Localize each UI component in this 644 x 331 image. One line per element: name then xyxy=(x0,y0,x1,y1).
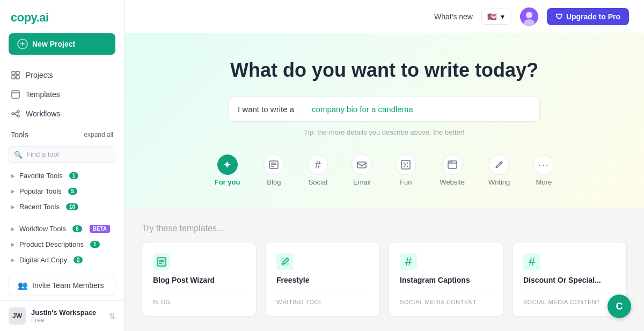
recent-tools-group[interactable]: ▶ Recent Tools 10 xyxy=(0,199,124,215)
popular-tools-count: 5 xyxy=(68,188,78,195)
workspace-plan: Free xyxy=(31,317,104,324)
svg-point-12 xyxy=(526,12,532,18)
svg-point-27 xyxy=(449,161,450,163)
tab-website[interactable]: Website xyxy=(430,149,474,192)
tab-email[interactable]: Email xyxy=(342,149,382,192)
brand-name: copy.ai xyxy=(11,11,49,24)
whats-new-link[interactable]: What's new xyxy=(434,12,473,21)
tab-more[interactable]: ··· More xyxy=(524,149,564,192)
chevron-icon: ▶ xyxy=(11,188,15,194)
sidebar-item-projects[interactable]: Projects xyxy=(0,65,124,85)
search-icon: 🔍 xyxy=(14,150,23,158)
search-input[interactable] xyxy=(9,146,115,163)
language-selector[interactable]: 🇺🇸 ▼ xyxy=(481,9,511,25)
sidebar-item-workflows[interactable]: Workflows xyxy=(0,104,124,123)
for-you-icon: ✦ xyxy=(217,155,238,175)
workflow-tools-label: Workflow Tools xyxy=(19,225,66,233)
templates-section-title: Try these templates... xyxy=(142,224,627,233)
sidebar: copy.ai + New Project Projects Templates… xyxy=(0,0,125,331)
popular-tools-group[interactable]: ▶ Popular Tools 5 xyxy=(0,183,124,199)
more-icon: ··· xyxy=(533,155,554,175)
template-card-blog-post-wizard[interactable]: Blog Post Wizard BLOG xyxy=(142,242,257,317)
template-card-freestyle[interactable]: Freestyle WRITING TOOL xyxy=(265,242,380,317)
tab-fun[interactable]: Fun xyxy=(386,149,426,192)
svg-rect-3 xyxy=(16,76,19,79)
beta-badge: BETA xyxy=(90,225,110,233)
templates-label: Templates xyxy=(26,90,60,99)
plus-icon: + xyxy=(17,39,28,49)
favorite-tools-label: Favorite Tools xyxy=(19,172,63,180)
invite-team-button[interactable]: 👥 Invite Team Members xyxy=(9,275,115,296)
svg-point-7 xyxy=(17,111,19,113)
template-icon xyxy=(11,90,20,99)
email-label: Email xyxy=(353,178,371,186)
digital-ad-count: 2 xyxy=(74,256,83,263)
grid-icon xyxy=(11,70,20,80)
product-desc-count: 1 xyxy=(90,241,100,248)
svg-point-20 xyxy=(404,163,405,164)
workspace-switcher[interactable]: JW Justin's Workspace Free ⇅ xyxy=(0,300,124,331)
category-tabs: ✦ For you Blog # Social xyxy=(146,149,623,192)
workspace-info: Justin's Workspace Free xyxy=(31,308,104,324)
tab-blog[interactable]: Blog xyxy=(254,149,294,192)
svg-line-9 xyxy=(14,112,17,114)
workflow-icon xyxy=(11,109,20,119)
discount-tag: SOCIAL MEDIA CONTENT xyxy=(523,293,616,305)
chevron-down-icon: ▼ xyxy=(500,13,506,20)
chat-button[interactable]: C xyxy=(608,295,631,318)
fun-icon xyxy=(396,155,416,175)
workflow-tools-count: 6 xyxy=(72,225,82,232)
tab-social[interactable]: # Social xyxy=(298,149,338,192)
user-avatar[interactable] xyxy=(520,8,538,26)
tools-header: Tools expand all xyxy=(0,126,124,144)
digital-ad-group[interactable]: ▶ Digital Ad Copy 2 xyxy=(0,252,124,268)
digital-ad-label: Digital Ad Copy xyxy=(19,256,67,264)
tab-for-you[interactable]: ✦ For you xyxy=(205,149,250,192)
expand-icon: ⇅ xyxy=(109,312,115,320)
new-project-button[interactable]: + New Project xyxy=(9,33,115,55)
template-card-instagram-captions[interactable]: # Instagram Captions SOCIAL MEDIA CONTEN… xyxy=(389,242,503,317)
invite-label: Invite Team Members xyxy=(32,281,104,290)
email-icon xyxy=(352,155,372,175)
popular-tools-label: Popular Tools xyxy=(19,187,62,195)
svg-rect-1 xyxy=(16,71,19,75)
product-desc-group[interactable]: ▶ Product Descriptions 1 xyxy=(0,237,124,252)
workflow-tools-group[interactable]: ▶ Workflow Tools 6 BETA xyxy=(0,221,124,237)
tab-writing[interactable]: Writing xyxy=(479,149,519,192)
website-label: Website xyxy=(440,178,465,186)
favorite-tools-count: 1 xyxy=(69,172,79,179)
more-label: More xyxy=(536,178,552,186)
discount-icon: # xyxy=(523,253,540,270)
main-content: What's new 🇺🇸 ▼ 🛡 Upgrade to Pro What do… xyxy=(125,0,644,331)
tool-groups-primary: ▶ Favorite Tools 1 ▶ Popular Tools 5 ▶ R… xyxy=(0,167,124,216)
svg-point-8 xyxy=(17,115,19,117)
workspace-name: Justin's Workspace xyxy=(31,308,104,317)
topbar: What's new 🇺🇸 ▼ 🛡 Upgrade to Pro xyxy=(125,0,644,33)
favorite-tools-group[interactable]: ▶ Favorite Tools 1 xyxy=(0,168,124,183)
svg-line-10 xyxy=(14,114,17,116)
hero-section: What do you want to write today? I want … xyxy=(125,33,644,209)
content-area: What do you want to write today? I want … xyxy=(125,33,644,331)
blog-post-wizard-name: Blog Post Wizard xyxy=(153,276,245,284)
invite-icon: 👥 xyxy=(18,281,28,290)
expand-all-button[interactable]: expand all xyxy=(84,131,113,138)
templates-grid: Blog Post Wizard BLOG Freestyle WRITING … xyxy=(142,242,627,317)
write-input[interactable] xyxy=(303,97,539,121)
templates-section: Try these templates... Blog Post Wizard … xyxy=(125,209,644,331)
recent-tools-label: Recent Tools xyxy=(19,203,60,211)
sidebar-item-templates[interactable]: Templates xyxy=(0,85,124,104)
svg-point-23 xyxy=(407,166,408,167)
logo: copy.ai xyxy=(0,0,124,33)
flag-icon: 🇺🇸 xyxy=(487,12,496,21)
social-label: Social xyxy=(309,178,327,186)
chevron-icon: ▶ xyxy=(11,241,15,247)
recent-tools-count: 10 xyxy=(66,203,78,210)
workflows-label: Workflows xyxy=(26,109,60,118)
upgrade-button[interactable]: 🛡 Upgrade to Pro xyxy=(547,8,629,25)
blog-label: Blog xyxy=(267,178,281,186)
svg-point-28 xyxy=(451,161,452,163)
blog-icon xyxy=(264,155,284,175)
svg-rect-0 xyxy=(12,71,15,75)
svg-point-24 xyxy=(405,164,406,165)
tool-search: 🔍 xyxy=(9,146,115,163)
